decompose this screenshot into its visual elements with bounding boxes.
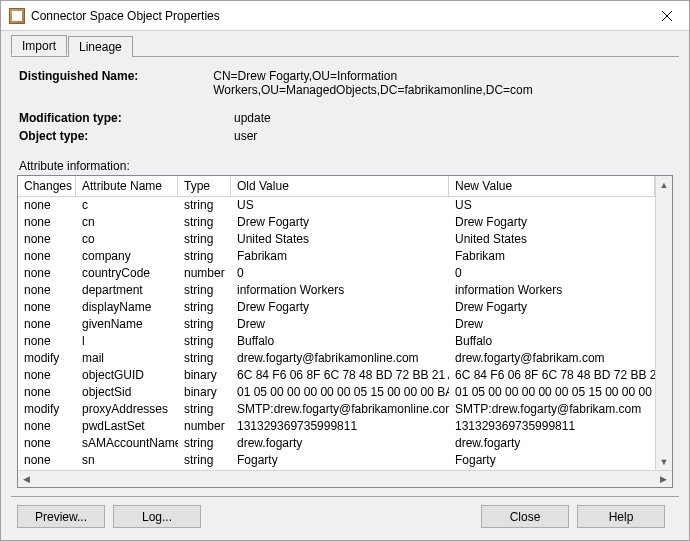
table-cell: information Workers [231, 282, 449, 299]
table-cell: Fogarty [449, 452, 655, 469]
table-cell: string [178, 452, 231, 469]
table-cell: none [18, 299, 76, 316]
table-cell: Drew [449, 316, 655, 333]
table-cell: string [178, 401, 231, 418]
button-row: Preview... Log... Close Help [11, 505, 679, 530]
table-cell: 01 05 00 00 00 00 00 05 15 00 00 00 BA [449, 384, 655, 401]
table-cell: 0 [449, 265, 655, 282]
vertical-scrollbar[interactable]: ▲ ▼ [655, 176, 672, 470]
table-cell: binary [178, 384, 231, 401]
table-cell: department [76, 282, 178, 299]
table-cell: 0 [231, 265, 449, 282]
table-cell: sn [76, 452, 178, 469]
divider [11, 496, 679, 497]
table-cell: countryCode [76, 265, 178, 282]
attribute-grid: Changes Attribute Name Type Old Value Ne… [17, 175, 673, 488]
col-header-new-value[interactable]: New Value [449, 176, 655, 197]
table-cell: 6C 84 F6 06 8F 6C 78 48 BD 72 BB 21 AF [449, 367, 655, 384]
table-row[interactable]: nonesAMAccountNamestringdrew.fogartydrew… [18, 435, 655, 452]
table-cell: objectGUID [76, 367, 178, 384]
table-cell: 6C 84 F6 06 8F 6C 78 48 BD 72 BB 21 AF..… [231, 367, 449, 384]
table-cell: none [18, 452, 76, 469]
table-row[interactable]: nonegivenNamestringDrewDrew [18, 316, 655, 333]
table-row[interactable]: nonecompanystringFabrikamFabrikam [18, 248, 655, 265]
distinguished-name-block: Distinguished Name: CN=Drew Fogarty,OU=I… [11, 67, 679, 99]
grid-body[interactable]: nonecstringUSUSnonecnstringDrew FogartyD… [18, 197, 655, 470]
table-cell: modify [18, 401, 76, 418]
table-cell: string [178, 197, 231, 214]
table-cell: drew.fogarty [231, 435, 449, 452]
table-cell: SMTP:drew.fogarty@fabrikamonline.com [231, 401, 449, 418]
tab-strip: Import Lineage [11, 35, 679, 57]
col-header-attribute-name[interactable]: Attribute Name [76, 176, 178, 197]
col-header-changes[interactable]: Changes [18, 176, 76, 197]
table-row[interactable]: nonepwdLastSetnumber13132936973599981113… [18, 418, 655, 435]
table-cell: string [178, 282, 231, 299]
objtype-label: Object type: [19, 129, 234, 143]
table-cell: sAMAccountName [76, 435, 178, 452]
tab-import[interactable]: Import [11, 35, 67, 56]
help-button[interactable]: Help [577, 505, 665, 528]
col-header-old-value[interactable]: Old Value [231, 176, 449, 197]
log-button[interactable]: Log... [113, 505, 201, 528]
table-row[interactable]: nonedisplayNamestringDrew FogartyDrew Fo… [18, 299, 655, 316]
table-cell: Buffalo [449, 333, 655, 350]
table-cell: company [76, 248, 178, 265]
table-cell: number [178, 265, 231, 282]
table-cell: information Workers [449, 282, 655, 299]
grid-header-row: Changes Attribute Name Type Old Value Ne… [18, 176, 655, 197]
horizontal-scrollbar[interactable]: ◀ ▶ [18, 470, 672, 487]
table-cell: Drew Fogarty [449, 214, 655, 231]
table-row[interactable]: nonecnstringDrew FogartyDrew Fogarty [18, 214, 655, 231]
attribute-info-label: Attribute information: [11, 155, 679, 175]
tab-lineage[interactable]: Lineage [68, 36, 133, 57]
table-cell: Buffalo [231, 333, 449, 350]
dn-label: Distinguished Name: [19, 69, 213, 97]
table-cell: none [18, 418, 76, 435]
table-cell: none [18, 214, 76, 231]
table-cell: proxyAddresses [76, 401, 178, 418]
table-cell: mail [76, 350, 178, 367]
table-row[interactable]: nonecstringUSUS [18, 197, 655, 214]
content-area: Import Lineage Distinguished Name: CN=Dr… [1, 31, 689, 540]
scroll-down-icon[interactable]: ▼ [656, 453, 672, 470]
dialog-window: Connector Space Object Properties Import… [0, 0, 690, 541]
close-button[interactable]: Close [481, 505, 569, 528]
col-header-type[interactable]: Type [178, 176, 231, 197]
table-cell: US [449, 197, 655, 214]
table-cell: Fabrikam [231, 248, 449, 265]
table-row[interactable]: nonecostringUnited StatesUnited States [18, 231, 655, 248]
table-row[interactable]: nonedepartmentstringinformation Workersi… [18, 282, 655, 299]
table-row[interactable]: noneobjectSidbinary01 05 00 00 00 00 00 … [18, 384, 655, 401]
table-cell: c [76, 197, 178, 214]
table-cell: string [178, 333, 231, 350]
table-cell: givenName [76, 316, 178, 333]
table-cell: 01 05 00 00 00 00 00 05 15 00 00 00 BA .… [231, 384, 449, 401]
table-cell: United States [231, 231, 449, 248]
modtype-value: update [234, 111, 271, 125]
scroll-left-icon[interactable]: ◀ [18, 471, 35, 487]
table-row[interactable]: modifyproxyAddressesstringSMTP:drew.foga… [18, 401, 655, 418]
table-row[interactable]: modifymailstringdrew.fogarty@fabrikamonl… [18, 350, 655, 367]
scroll-up-icon[interactable]: ▲ [656, 176, 672, 193]
table-cell: number [178, 418, 231, 435]
preview-button[interactable]: Preview... [17, 505, 105, 528]
table-cell: Fogarty [231, 452, 449, 469]
table-cell: drew.fogarty [449, 435, 655, 452]
table-cell: 131329369735999811 [449, 418, 655, 435]
object-info-block: Modification type: update Object type: u… [11, 109, 679, 145]
table-cell: 131329369735999811 [231, 418, 449, 435]
table-row[interactable]: nonesnstringFogartyFogarty [18, 452, 655, 469]
table-row[interactable]: nonecountryCodenumber00 [18, 265, 655, 282]
table-cell: string [178, 248, 231, 265]
table-row[interactable]: nonelstringBuffaloBuffalo [18, 333, 655, 350]
table-cell: none [18, 435, 76, 452]
table-cell: SMTP:drew.fogarty@fabrikam.com [449, 401, 655, 418]
titlebar: Connector Space Object Properties [1, 1, 689, 31]
table-row[interactable]: noneobjectGUIDbinary6C 84 F6 06 8F 6C 78… [18, 367, 655, 384]
objtype-value: user [234, 129, 257, 143]
close-icon[interactable] [644, 1, 689, 30]
scroll-right-icon[interactable]: ▶ [655, 471, 672, 487]
hscroll-track[interactable] [35, 471, 655, 487]
table-cell: none [18, 316, 76, 333]
